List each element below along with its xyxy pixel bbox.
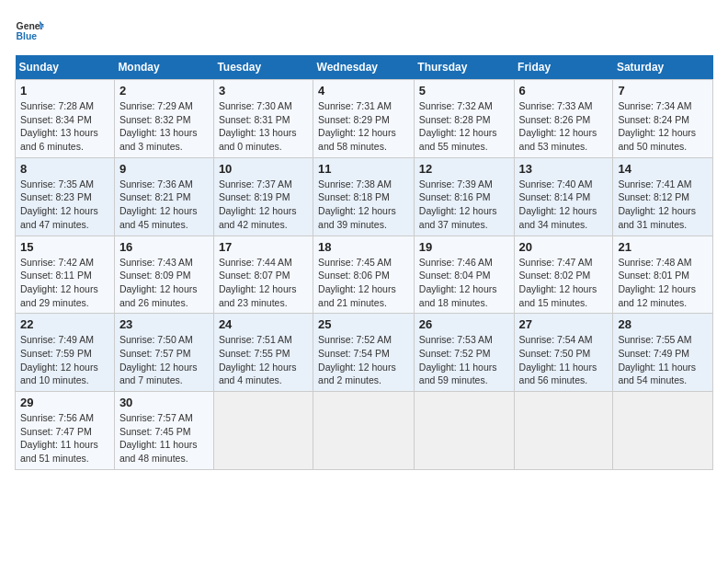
calendar-row: 29 Sunrise: 7:56 AM Sunset: 7:47 PM Dayl… xyxy=(16,392,713,470)
calendar-cell: 10 Sunrise: 7:37 AM Sunset: 8:19 PM Dayl… xyxy=(213,157,313,236)
day-info: Sunrise: 7:54 AM Sunset: 7:50 PM Dayligh… xyxy=(519,333,609,387)
calendar-cell: 11 Sunrise: 7:38 AM Sunset: 8:18 PM Dayl… xyxy=(313,157,415,236)
day-info: Sunrise: 7:47 AM Sunset: 8:02 PM Dayligh… xyxy=(519,256,609,310)
daylight-label: Daylight: 11 hours and 54 minutes. xyxy=(618,362,696,386)
day-info: Sunrise: 7:46 AM Sunset: 8:04 PM Dayligh… xyxy=(419,256,509,310)
sunrise-label: Sunrise: 7:35 AM xyxy=(20,178,94,190)
sunset-label: Sunset: 8:24 PM xyxy=(618,114,689,125)
day-info: Sunrise: 7:28 AM Sunset: 8:34 PM Dayligh… xyxy=(20,99,109,154)
sunrise-label: Sunrise: 7:37 AM xyxy=(219,178,292,190)
day-info: Sunrise: 7:50 AM Sunset: 7:57 PM Dayligh… xyxy=(119,333,209,387)
calendar-cell xyxy=(213,392,313,470)
day-number: 14 xyxy=(618,162,708,176)
daylight-label: Daylight: 12 hours and 42 minutes. xyxy=(219,205,297,230)
sunset-label: Sunset: 7:47 PM xyxy=(20,426,92,437)
day-info: Sunrise: 7:44 AM Sunset: 8:07 PM Dayligh… xyxy=(219,256,308,310)
day-number: 6 xyxy=(519,84,609,98)
calendar-cell xyxy=(414,392,514,470)
calendar-cell: 24 Sunrise: 7:51 AM Sunset: 7:55 PM Dayl… xyxy=(213,314,313,392)
sunset-label: Sunset: 8:09 PM xyxy=(119,270,191,281)
daylight-label: Daylight: 11 hours and 59 minutes. xyxy=(419,362,497,386)
day-info: Sunrise: 7:31 AM Sunset: 8:29 PM Dayligh… xyxy=(318,99,409,154)
sunset-label: Sunset: 8:28 PM xyxy=(419,114,491,125)
calendar-cell xyxy=(613,392,713,470)
calendar-cell: 29 Sunrise: 7:56 AM Sunset: 7:47 PM Dayl… xyxy=(16,392,115,470)
calendar-cell: 15 Sunrise: 7:42 AM Sunset: 8:11 PM Dayl… xyxy=(16,236,115,314)
calendar-cell: 2 Sunrise: 7:29 AM Sunset: 8:32 PM Dayli… xyxy=(114,80,213,158)
daylight-label: Daylight: 12 hours and 12 minutes. xyxy=(618,283,696,308)
day-number: 4 xyxy=(318,84,409,98)
calendar-cell: 5 Sunrise: 7:32 AM Sunset: 8:28 PM Dayli… xyxy=(414,80,514,158)
day-info: Sunrise: 7:41 AM Sunset: 8:12 PM Dayligh… xyxy=(618,178,708,232)
sunrise-label: Sunrise: 7:51 AM xyxy=(219,334,292,345)
day-number: 20 xyxy=(519,240,609,254)
daylight-label: Daylight: 12 hours and 21 minutes. xyxy=(318,283,396,308)
sunrise-label: Sunrise: 7:55 AM xyxy=(618,334,691,345)
calendar-cell: 12 Sunrise: 7:39 AM Sunset: 8:16 PM Dayl… xyxy=(414,157,514,236)
logo-icon: General Blue xyxy=(15,15,44,44)
day-info: Sunrise: 7:51 AM Sunset: 7:55 PM Dayligh… xyxy=(219,333,308,387)
day-number: 17 xyxy=(219,240,308,254)
daylight-label: Daylight: 11 hours and 48 minutes. xyxy=(119,439,198,464)
calendar-cell xyxy=(313,392,415,470)
calendar-row: 15 Sunrise: 7:42 AM Sunset: 8:11 PM Dayl… xyxy=(16,236,713,314)
sunset-label: Sunset: 8:26 PM xyxy=(519,114,591,125)
calendar-table: SundayMondayTuesdayWednesdayThursdayFrid… xyxy=(15,55,713,470)
day-info: Sunrise: 7:34 AM Sunset: 8:24 PM Dayligh… xyxy=(618,99,708,154)
calendar-header-row: SundayMondayTuesdayWednesdayThursdayFrid… xyxy=(16,55,713,80)
daylight-label: Daylight: 12 hours and 34 minutes. xyxy=(519,205,597,230)
sunrise-label: Sunrise: 7:47 AM xyxy=(519,257,593,268)
calendar-cell: 19 Sunrise: 7:46 AM Sunset: 8:04 PM Dayl… xyxy=(414,236,514,314)
sunset-label: Sunset: 8:16 PM xyxy=(419,191,491,202)
day-info: Sunrise: 7:49 AM Sunset: 7:59 PM Dayligh… xyxy=(20,333,109,387)
day-info: Sunrise: 7:37 AM Sunset: 8:19 PM Dayligh… xyxy=(219,178,308,232)
day-number: 21 xyxy=(618,240,708,254)
sunset-label: Sunset: 8:18 PM xyxy=(318,191,390,202)
calendar-row: 1 Sunrise: 7:28 AM Sunset: 8:34 PM Dayli… xyxy=(16,80,713,158)
calendar-cell: 16 Sunrise: 7:43 AM Sunset: 8:09 PM Dayl… xyxy=(114,236,213,314)
day-number: 3 xyxy=(219,84,308,98)
daylight-label: Daylight: 12 hours and 45 minutes. xyxy=(119,205,198,230)
sunrise-label: Sunrise: 7:54 AM xyxy=(519,334,593,345)
sunset-label: Sunset: 7:52 PM xyxy=(419,348,491,359)
sunset-label: Sunset: 7:49 PM xyxy=(618,348,689,359)
day-number: 13 xyxy=(519,162,609,176)
sunrise-label: Sunrise: 7:28 AM xyxy=(20,100,94,111)
sunrise-label: Sunrise: 7:50 AM xyxy=(119,334,193,345)
sunset-label: Sunset: 7:59 PM xyxy=(20,348,92,359)
sunset-label: Sunset: 8:04 PM xyxy=(419,270,491,281)
day-info: Sunrise: 7:36 AM Sunset: 8:21 PM Dayligh… xyxy=(119,178,209,232)
col-header-saturday: Saturday xyxy=(613,55,713,80)
daylight-label: Daylight: 12 hours and 7 minutes. xyxy=(119,362,198,386)
day-number: 29 xyxy=(20,396,109,409)
day-info: Sunrise: 7:53 AM Sunset: 7:52 PM Dayligh… xyxy=(419,333,509,387)
day-number: 30 xyxy=(119,396,209,409)
daylight-label: Daylight: 11 hours and 56 minutes. xyxy=(519,362,597,386)
day-number: 7 xyxy=(618,84,708,98)
sunrise-label: Sunrise: 7:30 AM xyxy=(219,100,292,111)
daylight-label: Daylight: 12 hours and 26 minutes. xyxy=(119,283,198,308)
svg-text:Blue: Blue xyxy=(17,31,38,41)
daylight-label: Daylight: 13 hours and 3 minutes. xyxy=(119,127,198,152)
day-number: 19 xyxy=(419,240,509,254)
day-info: Sunrise: 7:52 AM Sunset: 7:54 PM Dayligh… xyxy=(318,333,409,387)
daylight-label: Daylight: 12 hours and 31 minutes. xyxy=(618,205,696,230)
sunset-label: Sunset: 8:06 PM xyxy=(318,270,390,281)
day-info: Sunrise: 7:45 AM Sunset: 8:06 PM Dayligh… xyxy=(318,256,409,310)
calendar-cell: 14 Sunrise: 7:41 AM Sunset: 8:12 PM Dayl… xyxy=(613,157,713,236)
day-info: Sunrise: 7:35 AM Sunset: 8:23 PM Dayligh… xyxy=(20,178,109,232)
daylight-label: Daylight: 12 hours and 58 minutes. xyxy=(318,127,396,152)
page-header: General Blue xyxy=(15,15,713,44)
day-info: Sunrise: 7:29 AM Sunset: 8:32 PM Dayligh… xyxy=(119,99,209,154)
daylight-label: Daylight: 12 hours and 53 minutes. xyxy=(519,127,597,152)
sunrise-label: Sunrise: 7:31 AM xyxy=(318,100,392,111)
sunrise-label: Sunrise: 7:29 AM xyxy=(119,100,193,111)
col-header-friday: Friday xyxy=(514,55,613,80)
daylight-label: Daylight: 12 hours and 39 minutes. xyxy=(318,205,396,230)
sunrise-label: Sunrise: 7:33 AM xyxy=(519,100,593,111)
day-info: Sunrise: 7:43 AM Sunset: 8:09 PM Dayligh… xyxy=(119,256,209,310)
day-info: Sunrise: 7:38 AM Sunset: 8:18 PM Dayligh… xyxy=(318,178,409,232)
sunrise-label: Sunrise: 7:52 AM xyxy=(318,334,392,345)
sunrise-label: Sunrise: 7:46 AM xyxy=(419,257,493,268)
sunset-label: Sunset: 8:11 PM xyxy=(20,270,92,281)
